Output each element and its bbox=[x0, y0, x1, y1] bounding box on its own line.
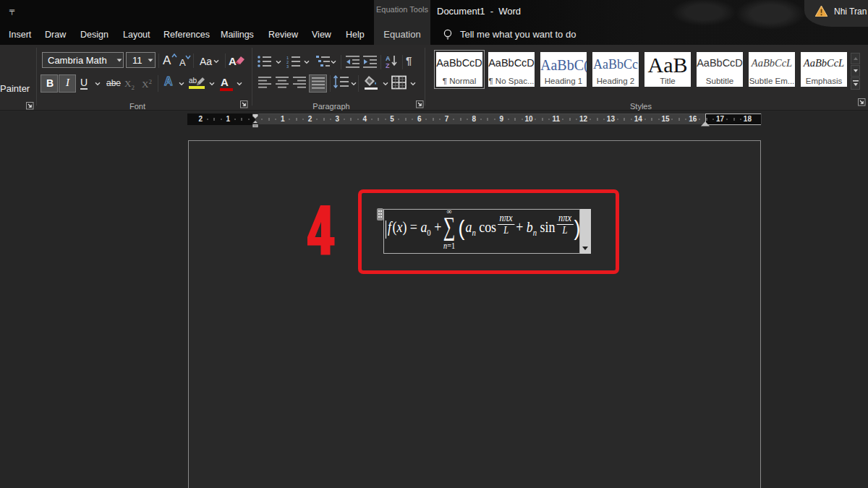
svg-text:A: A bbox=[386, 55, 391, 62]
svg-text:ab: ab bbox=[189, 77, 197, 85]
svg-text:Z: Z bbox=[386, 62, 390, 69]
svg-text:3: 3 bbox=[286, 64, 289, 69]
